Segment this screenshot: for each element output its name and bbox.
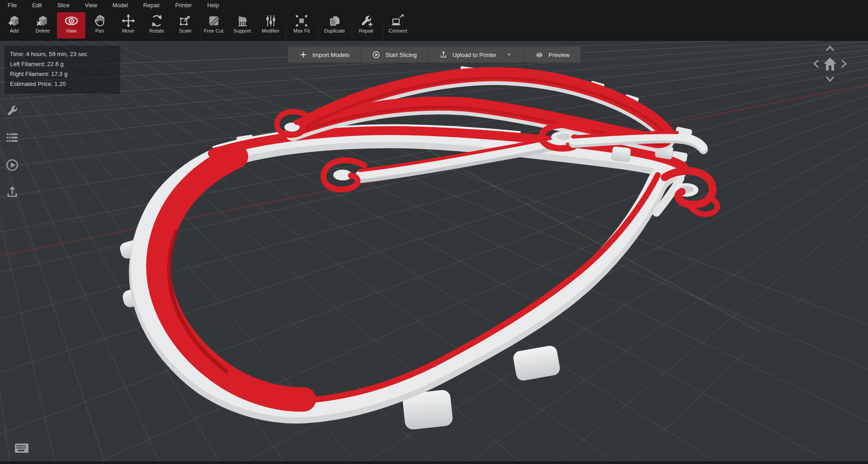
toolbar-separator [318,24,319,45]
cube-add-icon [7,13,22,28]
toolbar-separator [382,24,383,45]
list-icon [5,130,20,146]
stat-left-filament: Left Filament: 22.6 g [10,59,115,69]
toolbar-delete-button[interactable]: Delete [28,12,57,38]
toolbar-support-button[interactable]: Support [228,12,256,38]
toolbar-label: Add [10,28,19,33]
sliders-icon [263,13,278,28]
model-right-curl [656,171,717,214]
toolbar-label: View [66,28,77,33]
toolbar-max-fit-button[interactable]: Max Fit [285,12,318,38]
dropdown-caret-icon[interactable] [505,52,513,57]
nav-chevron-right-icon[interactable] [842,61,846,67]
left-tool-strip [5,103,21,212]
nav-chevron-left-icon[interactable] [814,61,818,67]
main-toolbar: AddDeleteViewPanMoveRotateScaleFree CutS… [0,11,868,41]
stat-estimated-price: Estimated Price: 1.20 [10,79,115,89]
action-label: Start Slicing [385,52,416,58]
toolbar-move-button[interactable]: Move [114,12,142,38]
3d-viewport[interactable] [0,41,868,461]
nav-home-icon[interactable] [824,57,836,71]
wrench-plus-icon [359,13,374,28]
toolbar-label: Rotate [149,28,164,33]
toolbar-label: Free Cut [204,28,223,33]
slicer-app-window: FileEditSliceViewModelRepairPrinterHelp … [0,0,868,464]
toolbar-label: Support [233,28,251,33]
toolbar-separator [57,24,58,45]
toolbar-separator [286,24,286,45]
action-label: Preview [548,52,569,58]
sidebar-play-circle-button[interactable] [5,157,20,173]
toolbar-label: Repair [359,28,373,33]
nav-chevron-down-icon[interactable] [827,77,833,81]
toolbar-duplicate-button[interactable]: Duplicate [318,12,351,38]
sidebar-list-button[interactable] [5,130,20,146]
move-arrows-icon [121,13,136,28]
stat-right-filament: Right Filament: 17.3 g [10,69,115,79]
menu-model[interactable]: Model [105,0,136,11]
action-label: Import Models [312,52,349,58]
hand-icon [92,13,108,28]
cube-delete-icon [35,13,51,28]
layers-icon [535,50,544,59]
menu-edit[interactable]: Edit [24,0,50,11]
menu-slice[interactable]: Slice [50,0,77,11]
toolbar-label: Max Fit [293,28,310,33]
keyboard-icon[interactable] [13,441,31,454]
toolbar-separator [201,24,201,45]
build-plate-scene[interactable] [0,41,868,461]
share-upload-icon [5,185,20,200]
print-stats-panel: Time: 4 hours, 59 min, 23 sec Left Filam… [5,46,120,94]
stat-time: Time: 4 hours, 59 min, 23 sec [10,49,115,59]
support-icon [235,13,250,28]
toolbar-label: Modifier [262,28,279,33]
plus-icon [299,50,308,59]
toolbar-modifier-button[interactable]: Modifier [256,12,285,38]
menu-repair[interactable]: Repair [136,0,168,11]
toolbar-separator [352,24,352,45]
connect-icon [390,13,406,28]
toolbar-add-button[interactable]: Add [0,12,28,38]
toolbar-scale-button[interactable]: Scale [171,12,199,38]
nav-chevron-up-icon[interactable] [827,47,833,50]
start-slicing-button[interactable]: Start Slicing [361,47,427,62]
3d-model-face-shield[interactable] [118,66,717,430]
menu-help[interactable]: Help [199,0,226,11]
menu-bar: FileEditSliceViewModelRepairPrinterHelp [0,0,868,11]
toolbar-label: Pan [95,28,104,33]
toolbar-connect-button[interactable]: Connect [382,12,414,38]
upload-to-printer-button[interactable]: Upload to Printer [428,47,524,62]
toolbar-label: Scale [179,28,192,33]
toolbar-label: Delete [36,28,50,33]
duplicate-icon [327,13,342,28]
toolbar-label: Move [122,28,134,33]
max-fit-icon [294,13,309,28]
sidebar-wrench-button[interactable] [5,103,20,118]
scale-box-icon [178,13,193,28]
sidebar-share-upload-button[interactable] [5,185,20,200]
upload-tray-icon [439,50,448,59]
wrench-icon [5,103,20,118]
rotate-arrows-icon [149,13,165,28]
preview-button[interactable]: Preview [524,47,580,62]
toolbar-repair-button[interactable]: Repair [351,12,382,38]
view-navigation-cluster [810,43,850,85]
play-circle-icon [5,157,20,173]
action-label: Upload to Printer [453,52,497,58]
menu-file[interactable]: File [0,0,24,11]
free-cut-icon [206,13,222,28]
toolbar-view-button[interactable]: View [57,12,85,38]
toolbar-rotate-button[interactable]: Rotate [142,12,171,38]
toolbar-free-cut-button[interactable]: Free Cut [199,12,228,38]
menu-printer[interactable]: Printer [168,0,200,11]
toolbar-pan-button[interactable]: Pan [85,12,114,38]
menu-view[interactable]: View [77,0,105,11]
action-bar: Import ModelsStart SlicingUpload to Prin… [288,47,581,63]
import-models-button[interactable]: Import Models [288,47,360,62]
play-circle-icon [372,50,381,59]
eye-icon [64,13,79,28]
toolbar-label: Connect [389,28,407,33]
toolbar-label: Duplicate [324,28,345,33]
bottom-strip [0,461,868,464]
